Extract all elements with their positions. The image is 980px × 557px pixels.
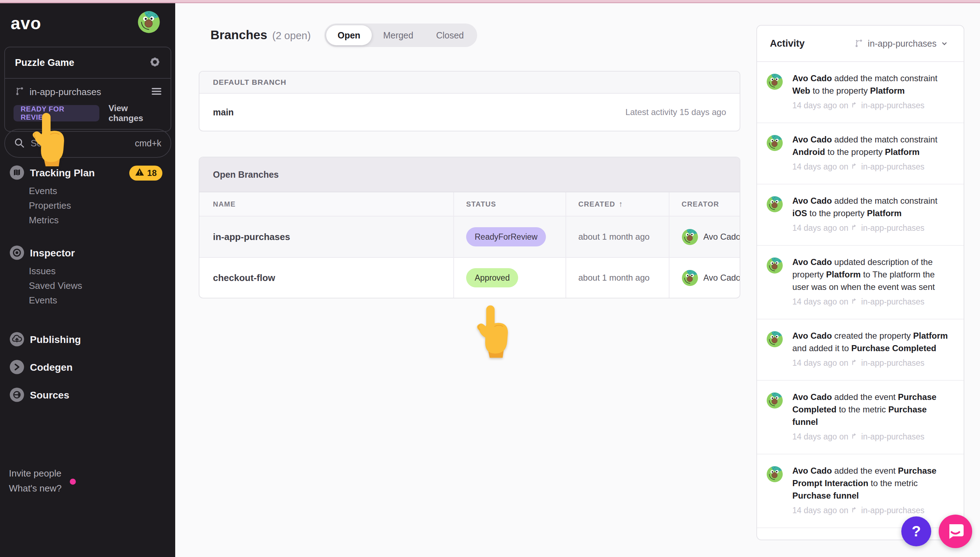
sidebar-subitem-properties[interactable]: Properties <box>29 199 175 213</box>
status-pill: Approved <box>466 268 518 287</box>
activity-item: Avo Cado added the event Purchase 14 day… <box>757 528 964 540</box>
branch-name-cell: in-app-purchases <box>199 217 453 257</box>
column-header-created[interactable]: CREATED↑ <box>565 192 669 216</box>
activity-item: Avo Cado added the event Purchase Comple… <box>757 381 964 454</box>
publishing-icon <box>10 332 24 348</box>
avocado-avatar <box>682 270 698 286</box>
creator-name: Avo Cado <box>703 273 740 283</box>
activity-meta: 14 days ago on in-app-purchases <box>792 99 952 112</box>
branch-name-cell: checkout-flow <box>199 258 453 298</box>
sidebar-item-publishing[interactable]: Publishing <box>0 330 175 350</box>
chat-button[interactable] <box>939 515 972 548</box>
column-header-name[interactable]: NAME <box>199 192 453 216</box>
sidebar-item-tracking-plan[interactable]: Tracking Plan 18 <box>0 163 175 183</box>
branch-icon <box>15 86 24 98</box>
avocado-avatar <box>766 257 783 274</box>
chevron-down-icon <box>941 40 948 47</box>
sidebar-item-label: Tracking Plan <box>30 168 95 179</box>
avocado-avatar <box>137 11 160 34</box>
tab-merged[interactable]: Merged <box>372 25 425 45</box>
whats-new-link[interactable]: What's new? <box>9 481 62 496</box>
activity-meta: 14 days ago on in-app-purchases <box>792 296 952 308</box>
activity-list: Avo Cado added the match constraint Web … <box>757 62 964 540</box>
invite-people-link[interactable]: Invite people <box>9 466 62 481</box>
column-header-creator[interactable]: CREATOR <box>669 192 740 216</box>
activity-panel: Activity in-app-purchases Avo Cado added… <box>756 25 964 540</box>
sidebar-subitem-issues[interactable]: Issues <box>29 264 175 278</box>
sidebar-item-codegen[interactable]: Codegen <box>0 358 175 378</box>
workspace-row[interactable]: Puzzle Game <box>5 47 171 79</box>
activity-item: Avo Cado added the match constraint Andr… <box>757 123 964 184</box>
pointer-hand-cursor <box>476 304 511 358</box>
sidebar-subitem-metrics[interactable]: Metrics <box>29 213 175 228</box>
avocado-avatar <box>682 229 698 245</box>
page-title: Branches <box>210 28 267 42</box>
default-branch-activity: Latest activity 15 days ago <box>625 107 726 117</box>
user-avatar[interactable] <box>137 11 160 34</box>
default-branch-row[interactable]: main Latest activity 15 days ago <box>199 94 740 131</box>
avocado-avatar <box>766 392 783 409</box>
sidebar-subitem-events[interactable]: Events <box>29 184 175 199</box>
sidebar-item-inspector[interactable]: Inspector <box>0 243 175 263</box>
sources-icon <box>10 388 24 404</box>
sidebar-section-publishing: Publishing <box>0 330 175 350</box>
new-notification-dot <box>70 479 76 485</box>
branch-row-checkout-flow[interactable]: checkout-flow Approved about 1 month ago… <box>199 257 740 298</box>
sidebar-item-sources[interactable]: Sources <box>0 385 175 405</box>
column-header-status[interactable]: STATUS <box>453 192 565 216</box>
tab-open[interactable]: Open <box>326 25 372 45</box>
branch-icon <box>851 357 858 369</box>
activity-item: Avo Cado added the event Purchase Prompt… <box>757 454 964 528</box>
branch-status-cell: ReadyForReview <box>453 217 565 257</box>
activity-text: Avo Cado created the property Platform a… <box>792 329 952 369</box>
sidebar-item-label: Codegen <box>30 362 73 373</box>
branch-icon <box>851 504 858 517</box>
current-branch-name: in-app-purchases <box>29 86 146 98</box>
pointer-hand-cursor <box>31 111 67 167</box>
issues-count-badge[interactable]: 18 <box>129 166 163 181</box>
avocado-avatar <box>766 73 783 90</box>
activity-branch-dropdown[interactable]: in-app-purchases <box>854 39 948 49</box>
sidebar-item-label: Sources <box>30 389 70 401</box>
branch-created-cell: about 1 month ago <box>565 217 669 257</box>
sidebar-item-label: Publishing <box>30 334 81 345</box>
activity-text: Avo Cado added the match constraint Web … <box>792 72 952 112</box>
search-input[interactable]: Search cmd+k <box>4 129 171 158</box>
gear-icon[interactable] <box>148 55 161 70</box>
current-branch-row[interactable]: in-app-purchases <box>5 79 171 98</box>
activity-text: Avo Cado added the event Purchase Comple… <box>792 391 952 443</box>
workspace-name: Puzzle Game <box>15 57 75 68</box>
sidebar-subitem-saved-views[interactable]: Saved Views <box>29 278 175 293</box>
activity-branch-name: in-app-purchases <box>868 39 936 49</box>
activity-meta: 14 days ago on in-app-purchases <box>792 431 952 443</box>
avocado-avatar <box>766 135 783 151</box>
sidebar: avo Puzzle Game <box>0 0 175 557</box>
branch-menu-icon[interactable] <box>151 87 162 97</box>
default-branch-card: DEFAULT BRANCH main Latest activity 15 d… <box>199 71 740 132</box>
sidebar-subitem-events[interactable]: Events <box>29 293 175 308</box>
sidebar-section-sources: Sources <box>0 385 175 405</box>
branch-icon <box>851 161 858 173</box>
workspace-box: Puzzle Game in-app-purchases <box>4 47 171 132</box>
view-changes-link[interactable]: View changes <box>109 103 162 123</box>
search-icon <box>13 137 25 150</box>
activity-item: Avo Cado updated description of the prop… <box>757 246 964 319</box>
sidebar-section-codegen: Codegen <box>0 358 175 378</box>
branch-row-in-app-purchases[interactable]: in-app-purchases ReadyForReview about 1 … <box>199 217 740 257</box>
avocado-avatar <box>766 539 783 540</box>
sidebar-section-tracking-plan: Tracking Plan 18 EventsPropertiesMetrics <box>0 163 175 228</box>
activity-text: Avo Cado added the event Purchase Prompt… <box>792 464 952 517</box>
page-subtitle: (2 open) <box>272 30 311 42</box>
activity-text: Avo Cado updated description of the prop… <box>792 256 952 308</box>
table-body: in-app-purchases ReadyForReview about 1 … <box>199 217 740 298</box>
activity-meta: 14 days ago on in-app-purchases <box>792 161 952 173</box>
activity-meta: 14 days ago on in-app-purchases <box>792 504 952 517</box>
inspector-icon <box>10 245 24 261</box>
help-button[interactable]: ? <box>901 516 931 546</box>
activity-item: Avo Cado created the property Platform a… <box>757 319 964 381</box>
tab-closed[interactable]: Closed <box>425 25 475 45</box>
map-icon <box>10 165 24 181</box>
codegen-icon <box>10 360 24 376</box>
branch-icon <box>851 99 858 112</box>
sidebar-item-label: Inspector <box>30 248 75 259</box>
